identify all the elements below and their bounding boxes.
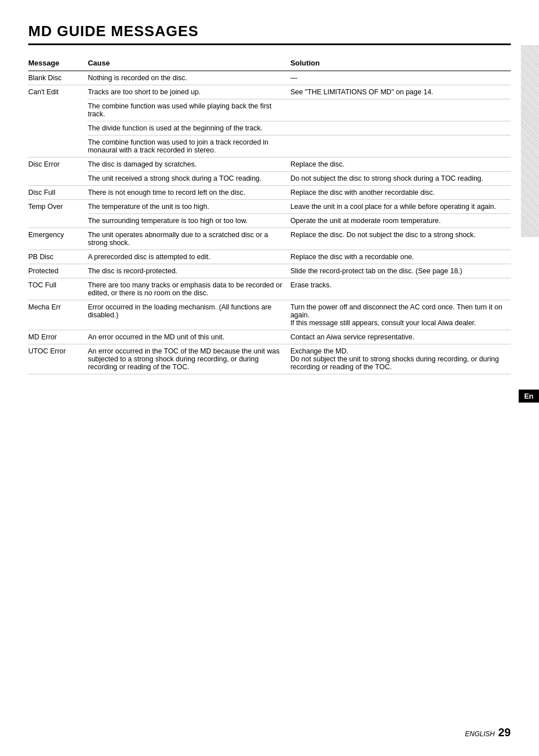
cause-cell: The disc is damaged by scratches.: [88, 158, 290, 172]
message-cell: PB Disc: [28, 250, 88, 264]
table-row: The combine function was used to join a …: [28, 136, 511, 158]
message-cell: Blank Disc: [28, 71, 88, 85]
solution-cell: See "THE LIMITATIONS OF MD" on page 14.: [290, 85, 511, 99]
table-row: Temp OverThe temperature of the unit is …: [28, 200, 511, 214]
solution-cell: [290, 99, 511, 121]
message-cell: Can't Edit: [28, 85, 88, 99]
message-cell: MD Error: [28, 330, 88, 344]
footer-label: ENGLISH: [465, 730, 495, 738]
sidebar-decoration: [521, 45, 539, 237]
solution-cell: —: [290, 71, 511, 85]
page-title: MD GUIDE MESSAGES: [28, 23, 511, 45]
table-row: The surrounding temperature is too high …: [28, 214, 511, 228]
cause-cell: The unit received a strong shock during …: [88, 172, 290, 186]
message-cell: [28, 99, 88, 121]
table-row: PB DiscA prerecorded disc is attempted t…: [28, 250, 511, 264]
table-row: The combine function was used while play…: [28, 99, 511, 121]
cause-cell: The disc is record-protected.: [88, 264, 290, 278]
message-cell: [28, 172, 88, 186]
solution-cell: Exchange the MD.Do not subject the unit …: [290, 344, 511, 374]
solution-cell: Do not subject the disc to strong shock …: [290, 172, 511, 186]
cause-cell: The unit operates abnormally due to a sc…: [88, 228, 290, 250]
table-row: TOC FullThere are too many tracks or emp…: [28, 278, 511, 300]
cause-cell: There are too many tracks or emphasis da…: [88, 278, 290, 300]
table-row: Can't EditTracks are too short to be joi…: [28, 85, 511, 99]
page-header: MD GUIDE MESSAGES: [28, 23, 511, 45]
cause-cell: An error occurred in the TOC of the MD b…: [88, 344, 290, 374]
solution-cell: Turn the power off and disconnect the AC…: [290, 300, 511, 330]
table-row: ProtectedThe disc is record-protected.Sl…: [28, 264, 511, 278]
table-row: MD ErrorAn error occurred in the MD unit…: [28, 330, 511, 344]
table-header-row: Message Cause Solution: [28, 56, 511, 71]
message-cell: Protected: [28, 264, 88, 278]
message-cell: Mecha Err: [28, 300, 88, 330]
cause-cell: There is not enough time to record left …: [88, 186, 290, 200]
col-header-solution: Solution: [290, 56, 511, 71]
solution-cell: Erase tracks.: [290, 278, 511, 300]
solution-cell: Replace the disc with a recordable one.: [290, 250, 511, 264]
solution-cell: Contact an Aiwa service representative.: [290, 330, 511, 344]
cause-cell: The combine function was used while play…: [88, 99, 290, 121]
solution-cell: Replace the disc.: [290, 158, 511, 172]
cause-cell: An error occurred in the MD unit of this…: [88, 330, 290, 344]
message-cell: Temp Over: [28, 200, 88, 214]
solution-cell: Leave the unit in a cool place for a whi…: [290, 200, 511, 214]
solution-cell: [290, 136, 511, 158]
table-row: Mecha ErrError occurred in the loading m…: [28, 300, 511, 330]
col-header-cause: Cause: [88, 56, 290, 71]
message-cell: Emergency: [28, 228, 88, 250]
message-cell: UTOC Error: [28, 344, 88, 374]
cause-cell: The surrounding temperature is too high …: [88, 214, 290, 228]
table-row: Disc FullThere is not enough time to rec…: [28, 186, 511, 200]
cause-cell: The temperature of the unit is too high.: [88, 200, 290, 214]
table-row: EmergencyThe unit operates abnormally du…: [28, 228, 511, 250]
message-cell: TOC Full: [28, 278, 88, 300]
solution-cell: Slide the record-protect tab on the disc…: [290, 264, 511, 278]
page-number: 29: [498, 726, 511, 738]
solution-cell: [290, 121, 511, 136]
cause-cell: Tracks are too short to be joined up.: [88, 85, 290, 99]
page-wrapper: MD GUIDE MESSAGES Message Cause Solution…: [28, 23, 511, 374]
page-footer: ENGLISH29: [465, 726, 511, 739]
cause-cell: The divide function is used at the begin…: [88, 121, 290, 136]
cause-cell: Error occurred in the loading mechanism.…: [88, 300, 290, 330]
cause-cell: A prerecorded disc is attempted to edit.: [88, 250, 290, 264]
solution-cell: Replace the disc. Do not subject the dis…: [290, 228, 511, 250]
solution-cell: Replace the disc with another recordable…: [290, 186, 511, 200]
table-row: UTOC ErrorAn error occurred in the TOC o…: [28, 344, 511, 374]
message-cell: Disc Error: [28, 158, 88, 172]
cause-cell: The combine function was used to join a …: [88, 136, 290, 158]
guide-messages-table: Message Cause Solution Blank DiscNothing…: [28, 56, 511, 374]
cause-cell: Nothing is recorded on the disc.: [88, 71, 290, 85]
message-cell: [28, 121, 88, 136]
message-cell: [28, 136, 88, 158]
table-row: The unit received a strong shock during …: [28, 172, 511, 186]
message-cell: [28, 214, 88, 228]
table-row: Disc ErrorThe disc is damaged by scratch…: [28, 158, 511, 172]
col-header-message: Message: [28, 56, 88, 71]
table-row: The divide function is used at the begin…: [28, 121, 511, 136]
en-badge: En: [519, 390, 539, 403]
solution-cell: Operate the unit at moderate room temper…: [290, 214, 511, 228]
message-cell: Disc Full: [28, 186, 88, 200]
table-row: Blank DiscNothing is recorded on the dis…: [28, 71, 511, 85]
